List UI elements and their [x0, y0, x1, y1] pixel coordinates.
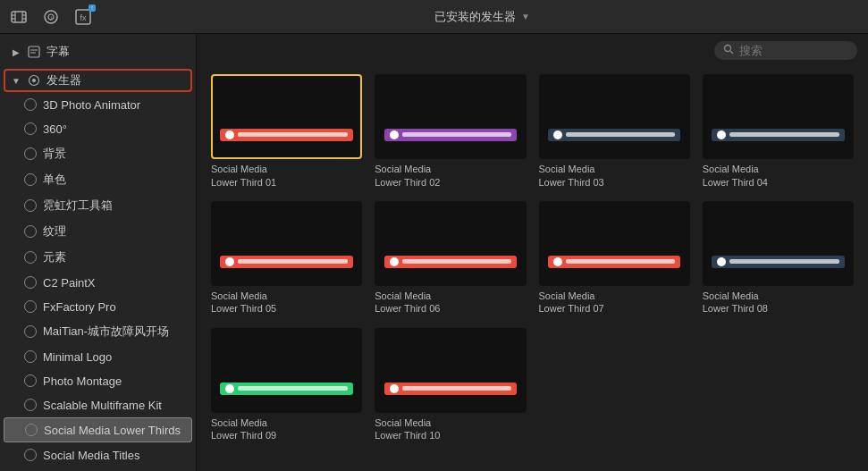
sidebar-item-background[interactable]: 背景: [4, 141, 192, 166]
grid-item-9[interactable]: Social Media Lower Third 09: [211, 328, 362, 442]
sidebar-label-elements: 元素: [43, 249, 66, 265]
sidebar-label-c2: C2 PaintX: [43, 276, 96, 290]
item-icon-fxfactory: [23, 299, 38, 314]
sidebar-section-generators: ▼ 发生器 3D Photo Animator 360°: [0, 66, 196, 469]
grid-label-5: Social Media Lower Third 05: [211, 290, 362, 315]
sidebar-label-generators: 发生器: [46, 72, 81, 88]
item-icon-minimal: [23, 349, 38, 364]
sidebar-label-3d: 3D Photo Animator: [43, 98, 140, 112]
music-icon[interactable]: ♪: [41, 7, 61, 27]
svg-line-18: [730, 51, 733, 54]
sidebar-item-neon[interactable]: 霓虹灯工具箱: [4, 193, 192, 218]
item-icon-social-titles: [23, 448, 38, 462]
item-icon-social-lower: [24, 423, 38, 437]
sidebar-section-subtitles: ▶ 字幕: [0, 38, 196, 66]
grid-thumb-7: [539, 201, 690, 286]
sidebar-item-3d-photo-animator[interactable]: 3D Photo Animator: [4, 93, 192, 116]
main-layout: ▶ 字幕 ▼: [0, 34, 868, 471]
grid-label-1: Social Media Lower Third 01: [211, 163, 362, 189]
svg-rect-0: [12, 12, 26, 22]
grid-label-6: Social Media Lower Third 06: [375, 290, 526, 315]
svg-rect-12: [29, 46, 39, 57]
sidebar-label-minimal: Minimal Logo: [43, 350, 112, 364]
sidebar-item-maitian[interactable]: MaiTian-城市故障风开场: [4, 319, 192, 344]
sidebar: ▶ 字幕 ▼: [0, 34, 197, 471]
search-wrap: [714, 41, 857, 60]
grid-label-4: Social Media Lower Third 04: [703, 163, 854, 189]
sidebar-label-social-titles: Social Media Titles: [43, 449, 139, 462]
sidebar-label-photo-montage: Photo Montage: [43, 374, 122, 388]
grid-thumb-5: [211, 201, 362, 286]
expand-arrow-generators: ▼: [11, 75, 21, 86]
sidebar-item-social-titles[interactable]: Social Media Titles: [4, 443, 192, 467]
sidebar-item-subtitles[interactable]: ▶ 字幕: [4, 40, 192, 63]
item-icon-3d: [23, 97, 38, 112]
film-icon[interactable]: [9, 7, 29, 27]
sidebar-item-photo-montage[interactable]: Photo Montage: [4, 369, 192, 392]
sidebar-item-texture[interactable]: 纹理: [4, 219, 192, 244]
grid-thumb-9: [211, 328, 362, 413]
content-area: Social Media Lower Third 01Social Media …: [197, 34, 868, 471]
grid-item-7[interactable]: Social Media Lower Third 07: [539, 201, 690, 315]
sidebar-item-elements[interactable]: 元素: [4, 245, 192, 270]
grid: Social Media Lower Third 01Social Media …: [211, 74, 854, 442]
item-icon-maitian: [23, 324, 38, 339]
grid-label-7: Social Media Lower Third 07: [539, 290, 690, 315]
grid-item-4[interactable]: Social Media Lower Third 04: [703, 74, 854, 189]
grid-thumb-2: [375, 74, 526, 159]
subtitle-icon: [27, 45, 41, 59]
grid-thumb-4: [703, 74, 854, 159]
grid-item-2[interactable]: Social Media Lower Third 02: [375, 74, 526, 189]
search-input[interactable]: [739, 44, 838, 57]
sidebar-label-bg: 背景: [43, 146, 66, 162]
grid-item-3[interactable]: Social Media Lower Third 03: [539, 74, 690, 189]
sidebar-label-360: 360°: [43, 122, 67, 136]
sidebar-label-scalable: Scalable Multiframe Kit: [43, 399, 162, 412]
sidebar-label-social-lower: Social Media Lower Thirds: [44, 424, 181, 437]
sidebar-item-social-lower[interactable]: Social Media Lower Thirds: [4, 417, 192, 442]
item-icon-solid: [23, 172, 38, 187]
svg-point-16: [32, 79, 36, 82]
grid-item-6[interactable]: Social Media Lower Third 06: [375, 201, 526, 315]
item-icon-texture: [23, 224, 38, 239]
effects-icon[interactable]: fx ↑: [73, 7, 93, 27]
grid-item-1[interactable]: Social Media Lower Third 01: [211, 74, 362, 189]
svg-point-17: [725, 46, 731, 52]
toolbar-chevron[interactable]: ▼: [521, 12, 530, 21]
sidebar-label-fxfactory: FxFactory Pro: [43, 300, 116, 314]
sidebar-item-c2[interactable]: C2 PaintX: [4, 271, 192, 294]
grid-item-10[interactable]: Social Media Lower Third 10: [375, 328, 526, 442]
grid-label-8: Social Media Lower Third 08: [703, 290, 854, 315]
toolbar-title-text: 已安装的发生器: [434, 9, 516, 25]
toolbar: ♪ fx ↑ 已安装的发生器 ▼: [0, 0, 868, 34]
sidebar-item-solid[interactable]: 单色: [4, 167, 192, 192]
sidebar-item-fxfactory[interactable]: FxFactory Pro: [4, 295, 192, 318]
grid-item-8[interactable]: Social Media Lower Third 08: [703, 201, 854, 315]
sidebar-label-subtitles: 字幕: [46, 44, 70, 60]
svg-text:fx: fx: [80, 13, 87, 22]
grid-label-9: Social Media Lower Third 09: [211, 416, 362, 442]
expand-arrow-subtitles: ▶: [11, 46, 21, 57]
grid-label-2: Social Media Lower Third 02: [375, 163, 526, 189]
item-icon-neon: [23, 198, 38, 213]
sidebar-item-360[interactable]: 360°: [4, 117, 192, 140]
sidebar-label-neon: 霓虹灯工具箱: [43, 198, 113, 214]
grid-label-10: Social Media Lower Third 10: [375, 416, 526, 442]
toolbar-title: 已安装的发生器 ▼: [105, 9, 859, 25]
item-icon-scalable: [23, 398, 38, 412]
search-icon: [723, 44, 734, 57]
grid-thumb-3: [539, 74, 690, 159]
sidebar-item-minimal-logo[interactable]: Minimal Logo: [4, 345, 192, 368]
svg-text:♪: ♪: [49, 14, 53, 22]
item-icon-c2: [23, 275, 38, 290]
sidebar-label-maitian: MaiTian-城市故障风开场: [43, 324, 169, 340]
item-icon-photo-montage: [23, 374, 38, 388]
grid-thumb-6: [375, 201, 526, 286]
item-icon-360: [23, 122, 38, 136]
generator-icon: [27, 73, 41, 88]
grid-item-5[interactable]: Social Media Lower Third 05: [211, 201, 362, 315]
grid-thumb-10: [375, 328, 526, 413]
grid-area: Social Media Lower Third 01Social Media …: [197, 65, 868, 471]
sidebar-item-generators[interactable]: ▼ 发生器: [4, 69, 192, 92]
sidebar-item-scalable[interactable]: Scalable Multiframe Kit: [4, 393, 192, 416]
